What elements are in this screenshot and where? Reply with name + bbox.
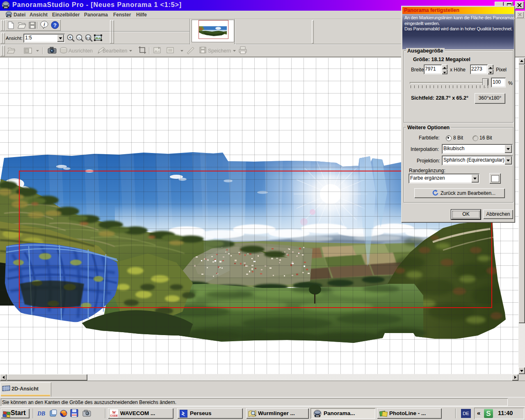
svg-text:-: - bbox=[78, 35, 80, 40]
svg-text:?: ? bbox=[53, 22, 57, 28]
svg-text:CODE: CODE bbox=[110, 414, 118, 417]
svg-text:+: + bbox=[69, 35, 71, 40]
svg-text:Ausrichten: Ausrichten bbox=[68, 48, 93, 54]
svg-text:360: 360 bbox=[4, 6, 8, 9]
svg-text:360: 360 bbox=[316, 415, 320, 417]
svg-text:S: S bbox=[486, 410, 491, 418]
svg-text:DB: DB bbox=[37, 411, 45, 417]
svg-text:Bearbeiten: Bearbeiten bbox=[103, 48, 128, 54]
svg-text:1:1: 1:1 bbox=[86, 36, 91, 40]
svg-text:Speichern: Speichern bbox=[208, 48, 231, 54]
svg-text:360: 360 bbox=[7, 16, 11, 18]
